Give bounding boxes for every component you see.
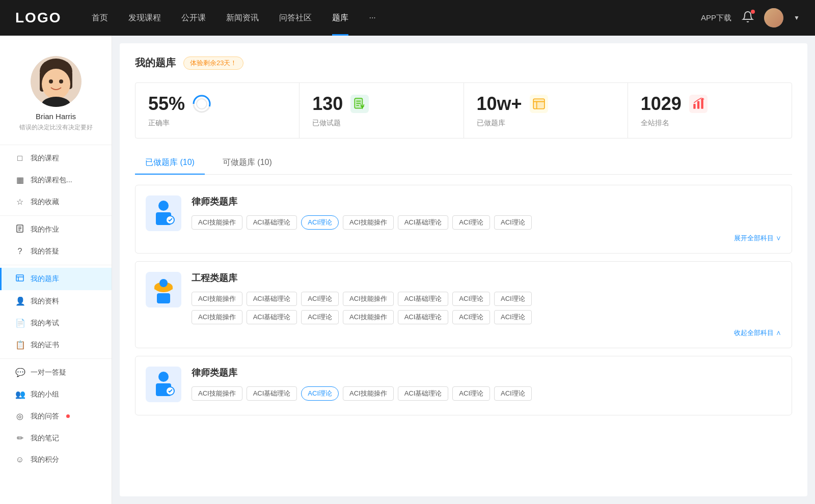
tag-2b-6[interactable]: ACI理论 [452, 310, 490, 324]
qbank-icon-engineer [146, 272, 181, 307]
app-download-link[interactable]: APP下载 [701, 13, 731, 23]
tag-3-6[interactable]: ACI理论 [452, 386, 490, 401]
stat-done-banks-label: 已做题库 [477, 119, 615, 128]
qbank-title-1: 律师类题库 [192, 195, 781, 208]
tag-1-6[interactable]: ACI理论 [452, 215, 490, 230]
sidebar-label-groups: 我的小组 [31, 390, 59, 399]
main-layout: Brian Harris 错误的决定比没有决定要好 □ 我的课程 ▦ 我的课程包… [0, 36, 815, 504]
tag-2b-5[interactable]: ACI基础理论 [398, 310, 449, 324]
tags-row-2b: ACI技能操作 ACI基础理论 ACI理论 ACI技能操作 ACI基础理论 AC… [192, 310, 781, 324]
qbank-title-3: 律师类题库 [192, 367, 781, 379]
sidebar-label-exam: 我的考试 [31, 319, 59, 328]
nav-qa[interactable]: 问答社区 [279, 13, 312, 23]
tag-3-7[interactable]: ACI理论 [494, 386, 532, 401]
svg-rect-28 [693, 104, 695, 109]
stat-accuracy-top: 55% [148, 93, 286, 115]
stat-done-questions: 130 已做试题 [300, 83, 464, 138]
tag-2-7[interactable]: ACI理论 [494, 292, 532, 306]
tag-1-4[interactable]: ACI技能操作 [343, 215, 394, 230]
stat-ranking-top: 1029 [641, 93, 779, 115]
expand-link-1[interactable]: 展开全部科目 ∨ [192, 234, 781, 243]
qbank-content-3: 律师类题库 ACI技能操作 ACI基础理论 ACI理论 ACI技能操作 ACI基… [192, 367, 781, 405]
tag-1-1[interactable]: ACI技能操作 [192, 215, 242, 230]
sidebar-item-certificate[interactable]: 📋 我的证书 [0, 334, 112, 356]
tag-2b-4[interactable]: ACI技能操作 [343, 310, 394, 324]
stat-done-banks: 10w+ 已做题库 [464, 83, 628, 138]
tag-3-5[interactable]: ACI基础理论 [398, 386, 449, 401]
tag-1-2[interactable]: ACI基础理论 [247, 215, 297, 230]
svg-point-4 [42, 69, 70, 99]
sidebar-item-profile[interactable]: 👤 我的资料 [0, 290, 112, 312]
nav-home[interactable]: 首页 [92, 13, 108, 23]
groups-icon: 👥 [15, 389, 24, 399]
sidebar-item-homework[interactable]: 我的作业 [0, 218, 112, 241]
page-header: 我的题库 体验剩余23天！ [135, 56, 792, 70]
tag-1-3[interactable]: ACI理论 [301, 215, 339, 230]
sidebar-divider-3 [0, 265, 112, 265]
user-name: Brian Harris [36, 112, 76, 121]
nav-opencourse[interactable]: 公开课 [181, 13, 206, 23]
user-menu-chevron[interactable]: ▼ [794, 14, 800, 21]
tag-3-2[interactable]: ACI基础理论 [247, 386, 297, 401]
tab-done[interactable]: 已做题库 (10) [135, 151, 205, 174]
user-motto: 错误的决定比没有决定要好 [19, 123, 93, 132]
notification-dot [751, 10, 755, 14]
oneone-icon: 💬 [15, 368, 24, 377]
stat-done-banks-number: 10w+ [477, 93, 522, 115]
main-content: 我的题库 体验剩余23天！ 55% 正确率 [120, 43, 807, 496]
tag-2b-3[interactable]: ACI理论 [301, 310, 339, 324]
sidebar-label-courses: 我的课程 [31, 154, 59, 163]
sidebar-item-courses[interactable]: □ 我的课程 [0, 148, 112, 169]
tag-2-3[interactable]: ACI理论 [301, 292, 339, 306]
sidebar-divider-1 [0, 145, 112, 145]
qbank-card-2: 工程类题库 ACI技能操作 ACI基础理论 ACI理论 ACI技能操作 ACI基… [135, 261, 792, 348]
tag-2-4[interactable]: ACI技能操作 [343, 292, 394, 306]
tag-3-1[interactable]: ACI技能操作 [192, 386, 242, 401]
sidebar-item-points[interactable]: ☺ 我的积分 [0, 449, 112, 470]
nav-links: 首页 发现课程 公开课 新闻资讯 问答社区 题库 ··· [92, 13, 701, 23]
top-navigation: LOGO 首页 发现课程 公开课 新闻资讯 问答社区 题库 ··· APP下载 … [0, 0, 815, 36]
notes-icon: ✏ [15, 433, 24, 443]
svg-rect-24 [533, 99, 545, 109]
nav-discover[interactable]: 发现课程 [128, 13, 161, 23]
nav-news[interactable]: 新闻资讯 [226, 13, 259, 23]
tag-1-7[interactable]: ACI理论 [494, 215, 532, 230]
sidebar-item-myquestions[interactable]: ◎ 我的问答 [0, 405, 112, 427]
tag-2b-2[interactable]: ACI基础理论 [247, 310, 297, 324]
page-title: 我的题库 [135, 56, 176, 70]
tag-2-2[interactable]: ACI基础理论 [247, 292, 297, 306]
tag-2b-7[interactable]: ACI理论 [494, 310, 532, 324]
sidebar-item-oneone[interactable]: 💬 一对一答疑 [0, 361, 112, 383]
logo[interactable]: LOGO [15, 10, 61, 26]
sidebar-item-favorites[interactable]: ☆ 我的收藏 [0, 191, 112, 213]
ranking-icon [689, 95, 708, 113]
sidebar-divider-4 [0, 358, 112, 359]
tag-2-5[interactable]: ACI基础理论 [398, 292, 449, 306]
notification-bell[interactable] [742, 11, 754, 25]
svg-point-6 [59, 79, 63, 83]
tag-3-4[interactable]: ACI技能操作 [343, 386, 394, 401]
tag-2-1[interactable]: ACI技能操作 [192, 292, 242, 306]
sidebar-item-course-packages[interactable]: ▦ 我的课程包... [0, 169, 112, 191]
course-packages-icon: ▦ [15, 175, 24, 185]
tags-row-3: ACI技能操作 ACI基础理论 ACI理论 ACI技能操作 ACI基础理论 AC… [192, 386, 781, 401]
sidebar-label-certificate: 我的证书 [31, 341, 59, 350]
sidebar-item-groups[interactable]: 👥 我的小组 [0, 383, 112, 405]
nav-more[interactable]: ··· [369, 13, 375, 22]
sidebar-item-questions[interactable]: ? 我的答疑 [0, 241, 112, 262]
svg-rect-29 [697, 101, 699, 109]
tab-available[interactable]: 可做题库 (10) [212, 151, 282, 174]
sidebar-item-notes[interactable]: ✏ 我的笔记 [0, 427, 112, 449]
tag-2-6[interactable]: ACI理论 [452, 292, 490, 306]
sidebar-label-oneone: 一对一答疑 [31, 368, 66, 377]
avatar-svg [31, 56, 82, 107]
nav-questionbank[interactable]: 题库 [332, 13, 348, 23]
tag-1-5[interactable]: ACI基础理论 [398, 215, 449, 230]
tag-3-3[interactable]: ACI理论 [301, 386, 339, 401]
sidebar-item-questionbank[interactable]: 我的题库 [0, 268, 112, 290]
tag-2b-1[interactable]: ACI技能操作 [192, 310, 242, 324]
svg-point-17 [197, 99, 207, 109]
collapse-link-2[interactable]: 收起全部科目 ∧ [192, 328, 781, 338]
sidebar-item-exam[interactable]: 📄 我的考试 [0, 312, 112, 334]
user-avatar-nav[interactable] [764, 8, 783, 27]
